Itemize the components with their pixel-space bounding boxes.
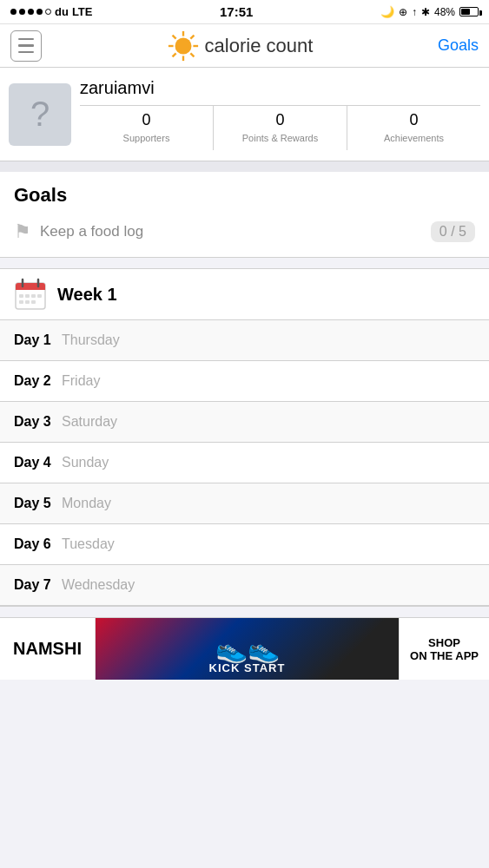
- carrier-label: du: [55, 5, 69, 18]
- ad-shop-label: SHOP: [428, 636, 460, 649]
- dot-5: [45, 9, 51, 15]
- points-label: Points & Rewards: [242, 133, 318, 143]
- moon-icon: 🌙: [380, 5, 394, 18]
- battery-label: 48%: [434, 6, 455, 18]
- day-name-7: Wednesday: [62, 577, 135, 593]
- dot-3: [28, 9, 34, 15]
- signal-dots: [10, 9, 51, 15]
- location-icon: ⊕: [399, 6, 407, 18]
- day-row-6[interactable]: Day 6 Tuesday: [0, 524, 489, 565]
- week-header: Week 1: [0, 269, 489, 320]
- dot-4: [36, 9, 43, 15]
- day-number-5: Day 5: [14, 496, 62, 511]
- day-row-3[interactable]: Day 3 Saturday: [0, 402, 489, 443]
- svg-rect-21: [31, 300, 36, 304]
- day-row-7[interactable]: Day 7 Wednesday: [0, 565, 489, 606]
- day-name-6: Tuesday: [62, 536, 115, 552]
- ad-shop[interactable]: SHOP ON THE APP: [399, 618, 489, 680]
- stat-supporters[interactable]: 0 Supporters: [80, 106, 214, 150]
- menu-line-2: [18, 44, 34, 47]
- app-name: calorie count: [205, 35, 314, 57]
- username: zaruiamvi: [80, 78, 480, 98]
- flag-icon: ⚑: [14, 220, 31, 243]
- supporters-value: 0: [83, 111, 209, 129]
- day-name-3: Saturday: [62, 414, 117, 430]
- menu-button[interactable]: [10, 30, 42, 62]
- profile-section: ? zaruiamvi 0 Supporters 0 Points & Rewa…: [0, 68, 489, 161]
- points-value: 0: [217, 111, 343, 129]
- svg-point-9: [177, 40, 188, 51]
- battery-icon: [459, 7, 479, 16]
- week-section: Week 1 Day 1 Thursday Day 2 Friday Day 3…: [0, 268, 489, 607]
- svg-rect-18: [37, 294, 42, 298]
- avatar-placeholder: ?: [30, 95, 50, 134]
- app-logo: calorie count: [167, 30, 314, 62]
- stats-row: 0 Supporters 0 Points & Rewards 0 Achiev…: [80, 105, 480, 150]
- ad-shop-sublabel: ON THE APP: [410, 649, 479, 662]
- svg-rect-16: [25, 294, 30, 298]
- week-title: Week 1: [57, 285, 117, 305]
- day-name-1: Thursday: [62, 332, 120, 348]
- goal-item-left: ⚑ Keep a food log: [14, 220, 143, 243]
- day-number-1: Day 1: [14, 332, 62, 348]
- svg-line-5: [172, 35, 175, 38]
- stat-points-rewards[interactable]: 0 Points & Rewards: [214, 106, 347, 150]
- ad-shoes-icon: 👟👟: [215, 634, 280, 664]
- svg-rect-12: [16, 287, 45, 290]
- goal-item-0[interactable]: ⚑ Keep a food log 0 / 5: [14, 215, 475, 248]
- svg-line-8: [172, 53, 175, 56]
- achievements-label: Achievements: [384, 133, 444, 143]
- supporters-label: Supporters: [123, 133, 170, 143]
- day-number-6: Day 6: [14, 536, 62, 552]
- achievements-value: 0: [351, 111, 477, 129]
- ad-cta: KICK START: [209, 661, 286, 674]
- ad-banner[interactable]: NAMSHI 👟👟 KICK START SHOP ON THE APP: [0, 617, 489, 680]
- svg-line-7: [190, 35, 194, 38]
- bluetooth-icon: ✱: [421, 6, 430, 18]
- day-row-5[interactable]: Day 5 Monday: [0, 483, 489, 524]
- day-number-7: Day 7: [14, 577, 62, 593]
- avatar: ?: [9, 83, 71, 146]
- nav-bar: calorie count Goals: [0, 24, 489, 68]
- status-bar: du LTE 17:51 🌙 ⊕ ↑ ✱ 48%: [0, 0, 489, 24]
- status-time: 17:51: [220, 4, 253, 19]
- svg-line-6: [190, 53, 194, 56]
- network-label: LTE: [72, 5, 93, 18]
- svg-rect-17: [31, 294, 36, 298]
- ad-brand: NAMSHI: [0, 618, 96, 680]
- day-number-4: Day 4: [14, 455, 62, 470]
- menu-line-3: [18, 51, 34, 54]
- calendar-icon: [14, 278, 47, 311]
- menu-line-1: [18, 38, 34, 41]
- section-divider-1: [0, 161, 489, 172]
- goal-badge: 0 / 5: [431, 221, 475, 242]
- goals-nav-button[interactable]: Goals: [438, 36, 479, 55]
- stat-achievements[interactable]: 0 Achievements: [347, 106, 480, 150]
- arrow-icon: ↑: [412, 6, 417, 18]
- status-right: 🌙 ⊕ ↑ ✱ 48%: [380, 5, 479, 18]
- dot-1: [10, 9, 17, 15]
- day-number-2: Day 2: [14, 373, 62, 389]
- logo-sun-icon: [167, 30, 200, 62]
- svg-rect-15: [19, 294, 23, 298]
- goals-section: Goals ⚑ Keep a food log 0 / 5: [0, 172, 489, 258]
- day-name-5: Monday: [62, 496, 111, 511]
- status-left: du LTE: [10, 5, 92, 18]
- day-row-1[interactable]: Day 1 Thursday: [0, 320, 489, 361]
- profile-info: zaruiamvi 0 Supporters 0 Points & Reward…: [80, 78, 480, 150]
- svg-rect-19: [19, 300, 23, 304]
- svg-rect-20: [25, 300, 30, 304]
- day-row-2[interactable]: Day 2 Friday: [0, 361, 489, 402]
- dot-2: [19, 9, 25, 15]
- day-name-4: Sunday: [62, 455, 109, 470]
- day-name-2: Friday: [62, 373, 100, 389]
- ad-image: 👟👟 KICK START: [96, 618, 399, 680]
- day-row-4[interactable]: Day 4 Sunday: [0, 443, 489, 483]
- goal-text: Keep a food log: [40, 223, 143, 240]
- goals-heading: Goals: [14, 184, 475, 207]
- day-number-3: Day 3: [14, 414, 62, 430]
